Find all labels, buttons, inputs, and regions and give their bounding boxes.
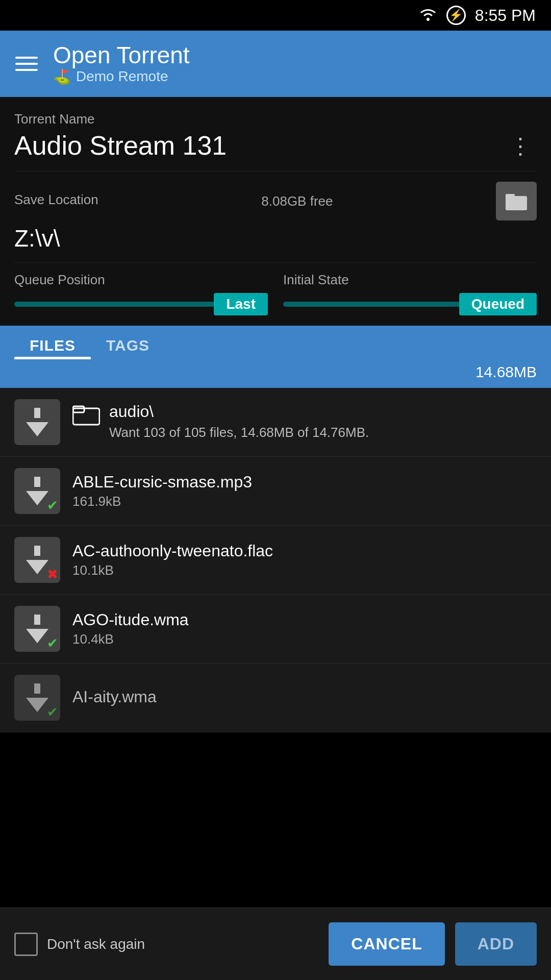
state-slider-track[interactable] xyxy=(283,302,459,307)
folder-item[interactable]: audio\ Want 103 of 105 files, 14.68MB of… xyxy=(0,388,551,457)
total-size: 14.68MB xyxy=(475,363,537,380)
torrent-name-section: Torrent Name Audio Stream 131 ⋮ xyxy=(14,111,537,171)
dont-ask-checkbox[interactable] xyxy=(14,933,38,956)
initial-state-label: Initial State xyxy=(283,272,537,288)
more-options-icon[interactable]: ⋮ xyxy=(505,133,537,159)
file-download-icon-3: ✔ xyxy=(14,606,60,652)
svg-rect-3 xyxy=(73,408,99,425)
file-size-1: 161.9kB xyxy=(72,494,537,509)
content-area: Torrent Name Audio Stream 131 ⋮ Save Loc… xyxy=(0,97,551,326)
queue-label: Queue Position xyxy=(14,272,268,288)
svg-rect-2 xyxy=(506,194,515,199)
free-space: 8.08GB free xyxy=(261,193,333,209)
browse-folder-button[interactable] xyxy=(496,182,537,220)
queue-value[interactable]: Last xyxy=(214,293,268,315)
file-name-3: AGO-itude.wma xyxy=(72,610,537,629)
file-download-icon-4: ✔ xyxy=(14,675,60,721)
check-icon-1: ✔ xyxy=(47,499,58,512)
cross-icon-2: ✖ xyxy=(47,568,58,581)
flag-icon: ⛳ xyxy=(53,68,71,85)
bottom-bar: Don't ask again CANCEL ADD xyxy=(0,908,551,980)
app-bar-subtitle: Demo Remote xyxy=(76,68,168,85)
save-location-label: Save Location xyxy=(14,192,98,208)
file-download-icon-2: ✖ xyxy=(14,537,60,583)
check-icon-3: ✔ xyxy=(47,636,58,650)
add-button[interactable]: ADD xyxy=(455,922,537,966)
queue-slider-track[interactable] xyxy=(14,302,214,307)
file-list: audio\ Want 103 of 105 files, 14.68MB of… xyxy=(0,388,551,732)
torrent-name-label: Torrent Name xyxy=(14,111,537,127)
list-item[interactable]: ✔ ABLE-cursic-smase.mp3 161.9kB xyxy=(0,457,551,526)
app-bar-title: Open Torrent xyxy=(53,42,190,68)
hamburger-menu[interactable] xyxy=(15,57,38,71)
save-location-section: Save Location 8.08GB free Z:\v\ xyxy=(14,171,537,262)
file-download-icon-1: ✔ xyxy=(14,468,60,514)
list-item[interactable]: ✖ AC-authoonly-tweenato.flac 10.1kB xyxy=(0,526,551,595)
tabs-bar: FILES TAGS xyxy=(0,326,551,359)
tab-files[interactable]: FILES xyxy=(14,326,91,359)
status-bar: ⚡ 8:55 PM xyxy=(0,0,551,31)
folder-icon xyxy=(72,402,100,426)
list-item[interactable]: ✔ AI-aity.wma xyxy=(0,664,551,732)
app-bar: Open Torrent ⛳ Demo Remote xyxy=(0,31,551,97)
svg-rect-4 xyxy=(73,406,84,412)
folder-download-icon xyxy=(14,399,60,445)
dont-ask-label: Don't ask again xyxy=(47,936,145,952)
queue-state-row: Queue Position Last Initial State Queued xyxy=(14,262,537,326)
torrent-name: Audio Stream 131 xyxy=(14,130,227,161)
svg-point-0 xyxy=(427,18,430,21)
cancel-button[interactable]: CANCEL xyxy=(329,922,444,966)
file-name-2: AC-authoonly-tweenato.flac xyxy=(72,542,537,560)
check-icon-4: ✔ xyxy=(47,705,58,719)
file-size-3: 10.4kB xyxy=(72,631,537,647)
dont-ask-group: Don't ask again xyxy=(14,933,318,956)
tab-tags[interactable]: TAGS xyxy=(91,326,165,359)
status-time: 8:55 PM xyxy=(475,6,536,25)
bolt-icon: ⚡ xyxy=(446,6,466,25)
file-name-1: ABLE-cursic-smase.mp3 xyxy=(72,473,537,492)
list-item[interactable]: ✔ AGO-itude.wma 10.4kB xyxy=(0,595,551,664)
initial-state-value[interactable]: Queued xyxy=(459,293,537,315)
file-name-4: AI-aity.wma xyxy=(72,688,537,706)
save-path: Z:\v\ xyxy=(14,225,537,252)
file-size-bar: 14.68MB xyxy=(0,359,551,388)
wifi-icon xyxy=(419,7,437,23)
file-size-2: 10.1kB xyxy=(72,562,537,578)
folder-meta: Want 103 of 105 files, 14.68MB of 14.76M… xyxy=(109,423,537,442)
folder-name: audio\ xyxy=(109,402,537,421)
